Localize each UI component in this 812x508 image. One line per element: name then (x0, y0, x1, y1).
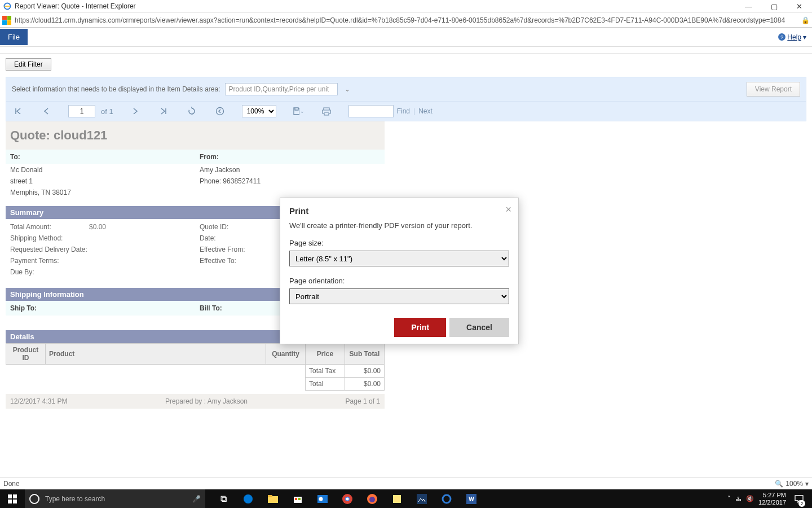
report-toolbar: of 1 100% ⌄ Find | Next (6, 102, 806, 121)
url-text[interactable]: https://cloud121.crm.dynamics.com/crmrep… (15, 16, 797, 24)
total-value: $0.00 (345, 365, 385, 378)
page-input[interactable] (68, 105, 95, 117)
find-link[interactable]: Find (397, 107, 410, 115)
minimize-button[interactable]: — (736, 0, 761, 12)
store-icon[interactable] (285, 489, 310, 508)
column-header: Product ID (6, 344, 46, 365)
summary-label: Payment Terms: (10, 257, 89, 265)
to-name: Mc Donald (6, 164, 195, 176)
column-header: Price (306, 344, 345, 365)
to-street: street 1 (6, 176, 195, 187)
taskbar: Type here to search 🎤 ⧉ W ˄ 🖧 🔇 5:27 PM … (0, 489, 812, 508)
svg-text:W: W (469, 496, 474, 502)
zoom-chevron-icon[interactable]: ▾ (805, 480, 809, 488)
edit-filter-button[interactable]: Edit Filter (6, 58, 51, 71)
edge-icon[interactable] (236, 489, 261, 508)
column-header: Sub Total (345, 344, 385, 365)
taskbar-search[interactable]: Type here to search 🎤 (25, 489, 205, 508)
dialog-title: Print (289, 206, 509, 216)
orientation-label: Page orientation: (289, 277, 509, 285)
summary-label: Effective From: (200, 246, 279, 253)
svg-rect-15 (393, 495, 401, 503)
summary-label: Quote ID: (200, 223, 279, 231)
zoom-icon: 🔍 (775, 480, 783, 488)
dialog-close-button[interactable]: × (505, 204, 511, 216)
action-center-button[interactable]: 2 (791, 489, 807, 508)
page-of-label: of 1 (101, 107, 113, 116)
back-button[interactable] (214, 105, 226, 117)
svg-rect-4 (268, 495, 272, 497)
clock-date: 12/2/2017 (758, 499, 786, 506)
svg-rect-6 (295, 498, 297, 500)
print-button[interactable] (320, 105, 333, 117)
total-value: $0.00 (345, 378, 385, 391)
cancel-button[interactable]: Cancel (449, 318, 509, 337)
orientation-select[interactable]: Portrait (289, 288, 509, 304)
status-bar: Done 🔍 100% ▾ (0, 477, 812, 489)
word-icon[interactable]: W (459, 489, 484, 508)
summary-label: Total Amount: (10, 223, 89, 231)
svg-rect-7 (298, 498, 301, 500)
prev-page-button[interactable] (40, 105, 52, 117)
summary-label: Effective To: (200, 257, 279, 265)
print-button[interactable]: Print (394, 318, 446, 337)
dialog-desc: We'll create a printer-friendly PDF vers… (289, 221, 509, 230)
params-bar: Select information that needs to be disp… (6, 77, 806, 102)
address-bar: https://cloud121.crm.dynamics.com/crmrep… (0, 13, 812, 28)
find-next-link[interactable]: Next (418, 107, 433, 115)
summary-label: Requested Delivery Date: (10, 246, 89, 253)
help-menu[interactable]: ? Help ▾ (778, 33, 806, 41)
print-dialog: × Print We'll create a printer-friendly … (280, 198, 519, 344)
refresh-button[interactable] (186, 105, 198, 117)
start-button[interactable] (0, 489, 25, 508)
last-page-button[interactable] (157, 105, 170, 117)
svg-point-14 (369, 497, 375, 502)
firefox-icon[interactable] (360, 489, 385, 508)
svg-point-2 (244, 494, 253, 503)
clock-time: 5:27 PM (758, 492, 786, 498)
to-label: To: (6, 150, 195, 164)
find-input[interactable] (348, 105, 394, 117)
total-label: Total Tax (306, 365, 345, 378)
summary-label: Due By: (10, 268, 89, 276)
menu-strip: File ? Help ▾ (0, 28, 812, 47)
volume-icon[interactable]: 🔇 (746, 495, 754, 502)
total-label: Total (306, 378, 345, 391)
file-menu[interactable]: File (0, 29, 28, 45)
file-explorer-icon[interactable] (261, 489, 285, 508)
lock-icon: 🔒 (801, 16, 810, 24)
summary-label: Shipping Method: (10, 234, 89, 242)
next-page-button[interactable] (129, 105, 142, 117)
filter-row: Edit Filter (0, 54, 812, 75)
ie-taskbar-icon[interactable] (434, 489, 459, 508)
outlook-icon[interactable] (310, 489, 335, 508)
save-button[interactable]: ⌄ (292, 105, 304, 117)
close-button[interactable]: ✕ (787, 0, 812, 12)
search-placeholder: Type here to search (45, 495, 105, 503)
item-details-combo[interactable]: Product ID,Quantity,Price per unit (225, 83, 338, 95)
details-table: Product IDProductQuantityPriceSub Total … (6, 343, 385, 391)
svg-point-12 (346, 497, 349, 500)
maximize-button[interactable]: ▢ (761, 0, 787, 12)
combo-value: Product ID,Quantity,Price per unit (229, 85, 329, 93)
status-text: Done (3, 480, 20, 488)
footer-page: Page 1 of 1 (346, 397, 380, 405)
zoom-select[interactable]: 100% (242, 105, 276, 117)
pagesize-select[interactable]: Letter (8.5" x 11") (289, 251, 509, 266)
ie-icon (3, 2, 12, 11)
app-icon[interactable] (409, 489, 434, 508)
first-page-button[interactable] (12, 105, 24, 117)
mic-icon[interactable]: 🎤 (192, 495, 201, 503)
notes-icon[interactable] (385, 489, 409, 508)
footer-date: 12/2/2017 4:31 PM (10, 397, 67, 405)
network-icon[interactable]: 🖧 (735, 496, 742, 502)
titlebar: Report Viewer: Quote - Internet Explorer… (0, 0, 812, 13)
chrome-icon[interactable] (335, 489, 360, 508)
zoom-value: 100% (785, 480, 803, 488)
view-report-button[interactable]: View Report (747, 82, 800, 97)
tray-chevron-icon[interactable]: ˄ (727, 495, 731, 502)
clock[interactable]: 5:27 PM 12/2/2017 (758, 492, 786, 505)
task-view-button[interactable]: ⧉ (211, 489, 236, 508)
ship-to-label: Ship To: (6, 301, 195, 316)
chevron-down-icon[interactable]: ⌄ (345, 85, 350, 93)
